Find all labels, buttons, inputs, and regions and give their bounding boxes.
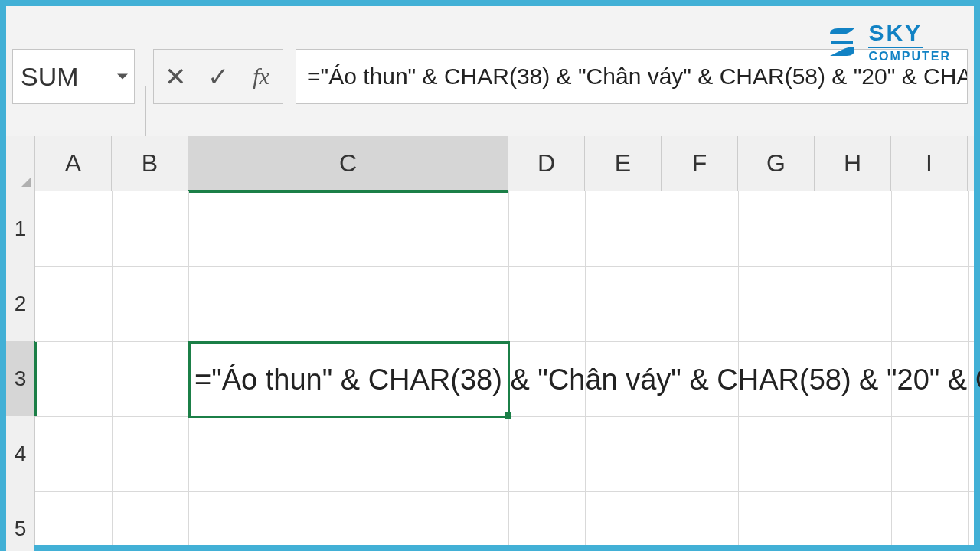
row-header-1[interactable]: 1 <box>6 191 34 266</box>
row-header-4[interactable]: 4 <box>6 416 34 491</box>
chevron-down-icon[interactable] <box>117 74 128 80</box>
col-header-E[interactable]: E <box>585 136 662 191</box>
fill-handle[interactable] <box>505 412 511 419</box>
select-all-corner[interactable] <box>6 136 35 191</box>
logo-line2: COMPUTER <box>868 50 951 64</box>
active-cell-C3[interactable] <box>188 341 510 418</box>
row-header-3[interactable]: 3 <box>6 341 34 416</box>
col-header-G[interactable]: G <box>738 136 815 191</box>
col-header-C[interactable]: C <box>188 136 508 191</box>
col-header-A[interactable]: A <box>35 136 112 191</box>
brand-logo: SKY COMPUTER <box>824 20 951 64</box>
row-header-5[interactable]: 5 <box>6 491 34 551</box>
row-headers: 1 2 3 4 5 <box>6 191 35 545</box>
name-box-value: SUM <box>21 62 79 92</box>
column-headers: A B C D E F G H I <box>6 136 974 191</box>
logo-line1: SKY <box>868 20 923 48</box>
formula-controls: ✕ ✓ fx <box>153 49 283 104</box>
cancel-button[interactable]: ✕ <box>160 61 191 92</box>
enter-button[interactable]: ✓ <box>203 61 234 92</box>
col-header-D[interactable]: D <box>508 136 585 191</box>
separator <box>145 86 146 143</box>
gridline <box>35 491 974 492</box>
cell-area[interactable]: ="Áo thun" & CHAR(38) & "Chân váy" & CHA… <box>35 191 974 545</box>
formula-text: ="Áo thun" & CHAR(38) & "Chân váy" & CHA… <box>307 64 968 90</box>
fx-icon[interactable]: fx <box>246 64 276 90</box>
name-box[interactable]: SUM <box>12 49 135 104</box>
spreadsheet-grid[interactable]: A B C D E F G H I 1 2 3 4 5 <box>6 136 974 545</box>
logo-mark-icon <box>824 24 861 60</box>
col-header-F[interactable]: F <box>662 136 738 191</box>
row-header-2[interactable]: 2 <box>6 266 34 341</box>
col-header-B[interactable]: B <box>112 136 188 191</box>
col-header-I[interactable]: I <box>891 136 968 191</box>
window-frame: SKY COMPUTER SUM ✕ ✓ fx ="Áo thun" & CHA… <box>0 0 980 551</box>
gridline <box>35 266 974 267</box>
col-header-H[interactable]: H <box>815 136 891 191</box>
